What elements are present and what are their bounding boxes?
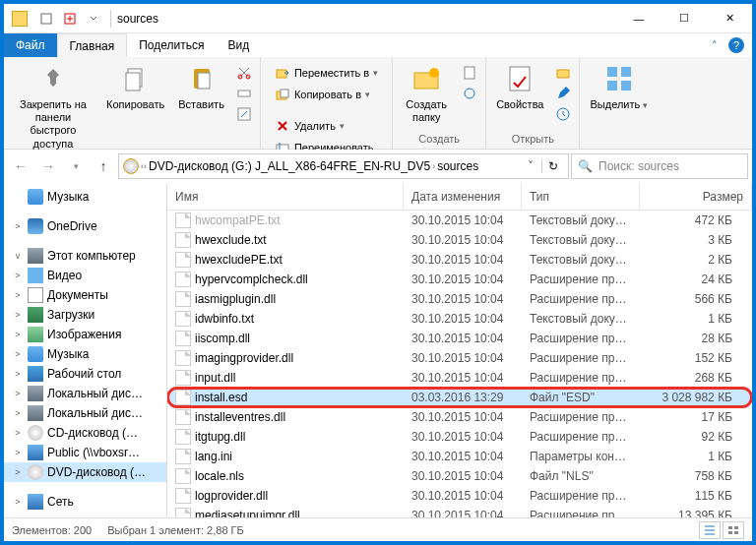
- recent-button[interactable]: ▾: [63, 153, 89, 179]
- expand-icon[interactable]: >: [12, 467, 24, 477]
- nav-tree[interactable]: Музыка>OneDrivevЭтот компьютер>Видео>Док…: [4, 183, 167, 517]
- paste-button[interactable]: Вставить: [172, 59, 230, 115]
- collapse-ribbon-icon[interactable]: ˄: [705, 35, 724, 55]
- file-row[interactable]: logprovider.dll30.10.2015 10:04Расширени…: [167, 486, 752, 506]
- file-row[interactable]: hwexcludePE.txt30.10.2015 10:04Текстовый…: [167, 250, 752, 270]
- expand-icon[interactable]: v: [12, 251, 24, 261]
- tree-item[interactable]: >Загрузки: [4, 305, 166, 325]
- edit-button[interactable]: [551, 84, 575, 103]
- tree-item[interactable]: vЭтот компьютер: [4, 246, 166, 266]
- pin-button[interactable]: Закрепить на панели быстрого доступа: [8, 59, 98, 154]
- delete-button[interactable]: Удалить: [271, 116, 348, 136]
- file-date: 30.10.2015 10:04: [404, 213, 522, 227]
- back-button[interactable]: ←: [8, 153, 33, 179]
- tab-share[interactable]: Поделиться: [127, 33, 216, 57]
- file-row[interactable]: imagingprovider.dll30.10.2015 10:04Расши…: [167, 348, 752, 368]
- properties-button[interactable]: Свойства: [490, 59, 549, 115]
- expand-icon[interactable]: >: [12, 290, 24, 300]
- cut-button[interactable]: [232, 63, 256, 83]
- tree-item[interactable]: >Рабочий стол: [4, 364, 166, 384]
- tree-item[interactable]: >Сеть: [4, 492, 166, 512]
- file-row[interactable]: lang.ini30.10.2015 10:04Параметры конф…1…: [167, 447, 752, 466]
- file-row[interactable]: itgtupg.dll30.10.2015 10:04Расширение пр…: [167, 427, 752, 447]
- tab-view[interactable]: Вид: [216, 33, 261, 57]
- tree-item[interactable]: >Видео: [4, 266, 166, 285]
- file-row[interactable]: idwbinfo.txt30.10.2015 10:04Текстовый до…: [167, 309, 752, 329]
- expand-icon[interactable]: >: [12, 221, 24, 231]
- copy-to-button[interactable]: Копировать в: [271, 85, 374, 104]
- expand-icon[interactable]: >: [12, 497, 24, 507]
- file-type: Текстовый докум…: [522, 253, 640, 267]
- easy-access-button[interactable]: [458, 84, 481, 103]
- separator: [110, 10, 111, 28]
- file-row[interactable]: iiscomp.dll30.10.2015 10:04Расширение пр…: [167, 329, 752, 348]
- view-details-button[interactable]: [699, 521, 721, 539]
- up-button[interactable]: ↑: [91, 153, 116, 179]
- view-icons-button[interactable]: [723, 521, 744, 539]
- tree-item[interactable]: >Локальный дис…: [4, 403, 166, 423]
- tree-item[interactable]: >Локальный дис…: [4, 384, 166, 403]
- tree-item[interactable]: >Public (\\vboxsr…: [4, 443, 166, 462]
- file-row[interactable]: install.esd03.03.2016 13:29Файл "ESD"3 0…: [167, 388, 752, 407]
- tree-item[interactable]: >Музыка: [4, 344, 166, 364]
- col-size[interactable]: Размер: [640, 183, 752, 210]
- col-name[interactable]: Имя: [167, 183, 404, 210]
- qa-dropdown-icon[interactable]: [83, 8, 104, 30]
- search-input[interactable]: 🔍 Поиск: sources: [571, 153, 748, 179]
- file-row[interactable]: iasmigplugin.dll30.10.2015 10:04Расширен…: [167, 289, 752, 309]
- new-item-button[interactable]: [458, 63, 481, 83]
- file-list[interactable]: hwcompatPE.txt30.10.2015 10:04Текстовый …: [167, 211, 752, 517]
- expand-icon[interactable]: >: [12, 448, 24, 457]
- file-name: locale.nls: [195, 469, 244, 483]
- forward-button[interactable]: →: [35, 153, 61, 179]
- qa-new-icon[interactable]: [59, 8, 81, 30]
- copy-button[interactable]: Копировать: [100, 59, 170, 115]
- expand-icon[interactable]: >: [12, 310, 24, 320]
- file-row[interactable]: locale.nls30.10.2015 10:04Файл "NLS"758 …: [167, 466, 752, 486]
- address-segment[interactable]: DVD-дисковод (G:) J_ALL_X86-64FRE_EN-RU_…: [149, 159, 430, 173]
- expand-icon[interactable]: >: [12, 428, 24, 438]
- new-folder-button[interactable]: Создать папку: [397, 59, 456, 128]
- col-type[interactable]: Тип: [522, 183, 640, 210]
- expand-icon[interactable]: >: [12, 271, 24, 280]
- address-dropdown-icon[interactable]: ˅: [522, 159, 539, 173]
- expand-icon[interactable]: >: [12, 389, 24, 398]
- file-row[interactable]: mediasetupuimgr.dll30.10.2015 10:04Расши…: [167, 506, 752, 517]
- tree-item[interactable]: >OneDrive: [4, 216, 166, 236]
- tree-item[interactable]: >Изображения: [4, 325, 166, 344]
- tree-item[interactable]: >Документы: [4, 285, 166, 305]
- tab-home[interactable]: Главная: [57, 33, 128, 57]
- chevron-right-icon[interactable]: ›: [432, 161, 435, 171]
- tree-item[interactable]: >CD-дисковод (…: [4, 423, 166, 443]
- tree-item[interactable]: Музыка: [4, 187, 166, 207]
- history-button[interactable]: [551, 104, 575, 124]
- expand-icon[interactable]: >: [12, 349, 24, 359]
- tab-file[interactable]: Файл: [4, 33, 57, 57]
- file-row[interactable]: input.dll30.10.2015 10:04Расширение при……: [167, 368, 752, 388]
- close-button[interactable]: ✕: [707, 4, 752, 33]
- open-button[interactable]: [551, 63, 575, 83]
- file-icon: [175, 331, 191, 346]
- select-button[interactable]: Выделить: [584, 59, 653, 115]
- address-box[interactable]: ‹‹ DVD-дисковод (G:) J_ALL_X86-64FRE_EN-…: [118, 153, 569, 179]
- expand-icon[interactable]: >: [12, 408, 24, 418]
- pin-label: Закрепить на панели быстрого доступа: [14, 98, 93, 151]
- expand-icon[interactable]: >: [12, 330, 24, 339]
- help-icon[interactable]: ?: [728, 37, 744, 53]
- address-segment[interactable]: sources: [437, 159, 478, 173]
- minimize-button[interactable]: —: [616, 4, 662, 33]
- file-row[interactable]: hwexclude.txt30.10.2015 10:04Текстовый д…: [167, 230, 752, 250]
- col-date[interactable]: Дата изменения: [404, 183, 522, 210]
- maximize-button[interactable]: ☐: [662, 4, 707, 33]
- move-to-button[interactable]: Переместить в: [271, 63, 382, 83]
- file-row[interactable]: hypervcomplcheck.dll30.10.2015 10:04Расш…: [167, 270, 752, 289]
- file-row[interactable]: hwcompatPE.txt30.10.2015 10:04Текстовый …: [167, 211, 752, 230]
- status-bar: Элементов: 200 Выбран 1 элемент: 2,88 ГБ: [4, 517, 752, 541]
- file-row[interactable]: installeventres.dll30.10.2015 10:04Расши…: [167, 407, 752, 427]
- copy-path-button[interactable]: [232, 84, 256, 103]
- qa-properties-icon[interactable]: [35, 8, 57, 30]
- refresh-icon[interactable]: ↻: [541, 159, 564, 173]
- paste-shortcut-button[interactable]: [232, 104, 256, 124]
- tree-item[interactable]: >DVD-дисковод (…: [4, 462, 166, 482]
- expand-icon[interactable]: >: [12, 369, 24, 379]
